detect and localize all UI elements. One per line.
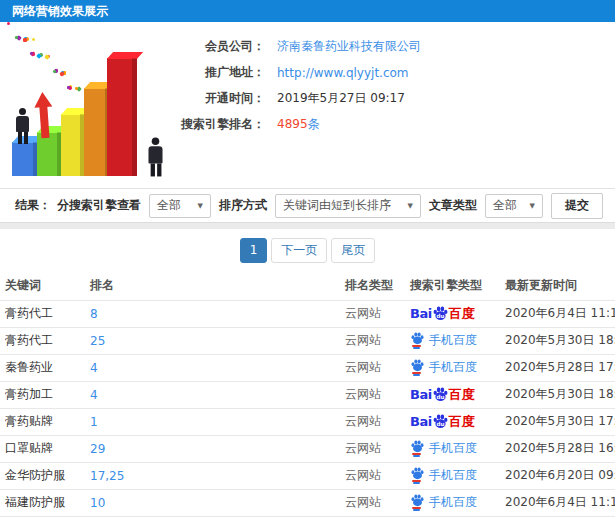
keyword-cell <box>0 516 85 520</box>
chevron-down-icon: ▼ <box>530 202 535 210</box>
engine-type-cell: 手机百度 <box>405 489 500 516</box>
baidu-pc-logo: Baidu百度 <box>410 414 475 429</box>
company-row: 会员公司： 济南秦鲁药业科技有限公司 <box>175 34 615 59</box>
baidu-paw-icon: du <box>433 387 448 402</box>
rank-type-cell: 云网站 <box>340 408 405 435</box>
engine-rank-row: 搜索引擎排名： 4895条 <box>175 112 615 137</box>
opened-time-value: 2019年5月27日 09:17 <box>277 90 405 107</box>
table-row: 膏药代工 25 云网站 手机百度 2020年5月30日 18:06 <box>0 327 615 354</box>
article-type-select-value: 全部 <box>493 197 517 214</box>
rank-link[interactable]: 4 <box>85 381 340 408</box>
rank-link[interactable]: 10 <box>85 489 340 516</box>
table-row: 福建防护服 10 云网站 手机百度 2020年6月4日 11:10 <box>0 489 615 516</box>
rank-type-cell: 云网站 <box>340 327 405 354</box>
top-section: 会员公司： 济南秦鲁药业科技有限公司 推广地址： http://www.qlyy… <box>0 22 615 188</box>
opened-time-row: 开通时间： 2019年5月27日 09:17 <box>175 86 615 111</box>
filter-controls: 分搜索引擎查看 全部 ▼ 排序方式 关键词由短到长排序 ▼ 文章类型 全部 ▼ … <box>57 193 603 219</box>
engine-type-cell: 手机百度 <box>405 516 500 520</box>
member-info-panel: 会员公司： 济南秦鲁药业科技有限公司 推广地址： http://www.qlyy… <box>175 22 615 188</box>
updated-time-cell: 2020年6月20日 09:25 <box>500 462 615 489</box>
rank-type-cell: 云网站 <box>340 462 405 489</box>
header-keyword: 关键词 <box>0 271 85 300</box>
opened-time-label: 开通时间： <box>175 90 265 107</box>
rank-link[interactable]: 1 <box>85 408 340 435</box>
svg-text:du: du <box>436 394 444 400</box>
last-page-button[interactable]: 尾页 <box>331 238 375 263</box>
baidu-paw-icon: du <box>433 306 448 321</box>
engine-rank-label: 搜索引擎排名： <box>175 116 265 133</box>
up-arrow-icon <box>33 91 54 140</box>
engine-type-cell: Baidu百度 <box>405 408 500 435</box>
updated-time-cell: 2020年5月30日 17:58 <box>500 408 615 435</box>
company-link[interactable]: 济南秦鲁药业科技有限公司 <box>277 38 421 55</box>
engine-type-cell: 手机百度 <box>405 435 500 462</box>
article-type-label: 文章类型 <box>429 197 477 214</box>
baidu-paw-icon <box>411 467 424 480</box>
sort-select[interactable]: 关键词由短到长排序 ▼ <box>275 194 421 218</box>
header-updated: 最新更新时间 <box>500 271 615 300</box>
baidu-paw-icon <box>411 359 424 372</box>
updated-time-cell: 2020年5月28日 16:55 <box>500 435 615 462</box>
rank-type-cell: 云网站 <box>340 354 405 381</box>
section-divider <box>0 222 615 229</box>
baidu-pc-logo: Baidu百度 <box>410 306 475 321</box>
updated-time-cell: 2020年5月28日 17:02 <box>500 354 615 381</box>
next-page-button[interactable]: 下一页 <box>271 238 327 263</box>
engine-type-cell: 手机百度 <box>405 327 500 354</box>
sort-select-value: 关键词由短到长排序 <box>283 197 391 214</box>
rank-link[interactable] <box>85 516 340 520</box>
keyword-cell: 秦鲁药业 <box>0 354 85 381</box>
table-row: 秦鲁药业 4 云网站 手机百度 2020年5月28日 17:02 <box>0 354 615 381</box>
filter-bar: 结果： 分搜索引擎查看 全部 ▼ 排序方式 关键词由短到长排序 ▼ 文章类型 全… <box>0 188 615 222</box>
svg-text:du: du <box>436 313 444 319</box>
rank-link[interactable]: 8 <box>85 300 340 327</box>
table-row: 膏药贴牌 1 云网站 Baidu百度 2020年5月30日 17:58 <box>0 408 615 435</box>
art-bar <box>61 114 85 176</box>
baidu-mobile-logo: 手机百度 <box>410 359 477 376</box>
engine-type-cell: 手机百度 <box>405 354 500 381</box>
rank-link[interactable]: 29 <box>85 435 340 462</box>
updated-time-cell: 2020年6月4日 11:15 <box>500 300 615 327</box>
keyword-cell: 口罩贴牌 <box>0 435 85 462</box>
updated-time-cell: 2020年5月30日 18:03 <box>500 381 615 408</box>
result-label: 结果： <box>15 197 51 214</box>
keyword-cell: 金华防护服 <box>0 462 85 489</box>
engine-select[interactable]: 全部 ▼ <box>149 194 211 218</box>
submit-button[interactable]: 提交 <box>551 193 603 219</box>
table-header-row: 关键词 排名 排名类型 搜索引擎类型 最新更新时间 <box>0 271 615 300</box>
sort-label: 排序方式 <box>219 197 267 214</box>
promo-url-label: 推广地址： <box>175 64 265 81</box>
titlebar: 网络营销效果展示 <box>0 0 615 22</box>
baidu-paw-icon <box>411 440 424 453</box>
pagination: 1 下一页 尾页 <box>0 229 615 271</box>
baidu-paw-icon <box>411 494 424 507</box>
table-row: 膏药代工 8 云网站 Baidu百度 2020年6月4日 11:15 <box>0 300 615 327</box>
article-type-select[interactable]: 全部 ▼ <box>485 194 543 218</box>
engine-type-cell: Baidu百度 <box>405 300 500 327</box>
company-label: 会员公司： <box>175 38 265 55</box>
businessman-left-figure <box>16 108 29 144</box>
rank-type-cell: 云网站 <box>340 435 405 462</box>
art-bar <box>107 58 137 176</box>
promo-url-row: 推广地址： http://www.qlyyjt.com <box>175 60 615 85</box>
engine-rank-value: 4895条 <box>277 116 320 133</box>
keyword-cell: 膏药贴牌 <box>0 408 85 435</box>
promo-url-link[interactable]: http://www.qlyyjt.com <box>277 66 409 80</box>
baidu-mobile-logo: 手机百度 <box>410 467 477 484</box>
updated-time-cell: 2020年5月30日 18:06 <box>500 327 615 354</box>
updated-time-cell <box>500 516 615 520</box>
rank-link[interactable]: 25 <box>85 327 340 354</box>
keyword-cell: 膏药代工 <box>0 300 85 327</box>
rank-type-cell: 云网站 <box>340 489 405 516</box>
page-1-button[interactable]: 1 <box>240 238 268 263</box>
chevron-down-icon: ▼ <box>198 202 203 210</box>
header-rank-type: 排名类型 <box>340 271 405 300</box>
rank-link[interactable]: 17,25 <box>85 462 340 489</box>
table-row: 金华防护服 17,25 云网站 手机百度 2020年6月20日 09:25 <box>0 462 615 489</box>
rank-link[interactable]: 4 <box>85 354 340 381</box>
keyword-cell: 福建防护服 <box>0 489 85 516</box>
engine-filter-label: 分搜索引擎查看 <box>57 197 141 214</box>
baidu-mobile-logo: 手机百度 <box>410 440 477 457</box>
svg-text:du: du <box>436 421 444 427</box>
keyword-cell: 膏药加工 <box>0 381 85 408</box>
